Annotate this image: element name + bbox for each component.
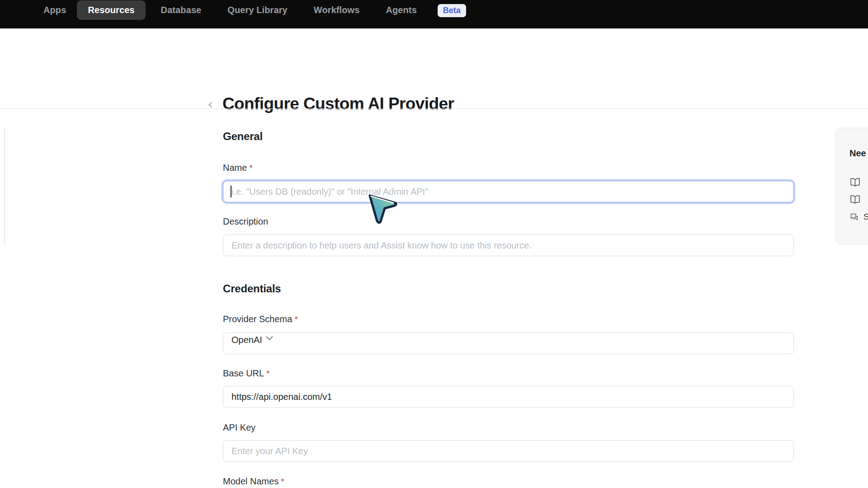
chat-icon bbox=[849, 212, 859, 222]
required-asterisk: * bbox=[281, 477, 284, 486]
name-field-wrapper bbox=[223, 181, 794, 202]
help-link-support[interactable]: S bbox=[849, 212, 868, 222]
nav-tab-workflows[interactable]: Workflows bbox=[303, 0, 371, 20]
beta-badge: Beta bbox=[438, 4, 466, 17]
base-url-field-wrapper bbox=[223, 386, 794, 408]
provider-schema-value: OpenAI bbox=[231, 335, 262, 345]
base-url-label: Base URL* bbox=[223, 368, 270, 379]
section-title-general: General bbox=[223, 130, 263, 143]
page-header: ‹ Configure Custom AI Provider bbox=[0, 28, 868, 108]
api-key-field-wrapper bbox=[223, 440, 794, 462]
api-key-input[interactable] bbox=[223, 440, 794, 462]
nav-tab-query-library[interactable]: Query Library bbox=[217, 0, 298, 20]
provider-schema-select[interactable]: OpenAI bbox=[223, 333, 794, 354]
book-icon bbox=[849, 177, 861, 188]
help-panel-title: Nee bbox=[849, 148, 866, 159]
left-panel-edge bbox=[4, 128, 5, 244]
text-caret bbox=[231, 186, 231, 197]
provider-schema-label: Provider Schema* bbox=[223, 314, 298, 324]
model-names-label: Model Names* bbox=[223, 476, 284, 487]
header-divider bbox=[0, 108, 868, 109]
description-label: Description bbox=[223, 216, 268, 227]
chevron-down-icon bbox=[264, 333, 274, 343]
nav-tab-apps[interactable]: Apps bbox=[33, 0, 77, 20]
nav-tab-database[interactable]: Database bbox=[150, 0, 212, 20]
help-panel: Nee S bbox=[835, 128, 868, 244]
required-asterisk: * bbox=[294, 314, 297, 324]
section-title-credentials: Credentials bbox=[223, 282, 281, 295]
nav-tab-resources[interactable]: Resources bbox=[77, 0, 145, 20]
book-icon bbox=[849, 194, 861, 206]
help-link-docs[interactable] bbox=[849, 177, 865, 188]
name-label: Name* bbox=[223, 163, 253, 173]
name-input[interactable] bbox=[223, 181, 794, 202]
required-asterisk: * bbox=[249, 163, 252, 173]
nav-tab-agents[interactable]: Agents bbox=[375, 0, 427, 20]
nav-items: Apps Resources Database Query Library Wo… bbox=[33, 0, 466, 20]
base-url-label-text: Base URL bbox=[223, 368, 264, 378]
help-link-label: S bbox=[863, 212, 868, 222]
help-link-guides[interactable] bbox=[849, 194, 865, 206]
name-label-text: Name bbox=[223, 163, 247, 173]
provider-schema-field-wrapper: OpenAI bbox=[223, 333, 794, 354]
description-input[interactable] bbox=[223, 235, 794, 256]
base-url-input[interactable] bbox=[223, 386, 794, 408]
required-asterisk: * bbox=[266, 369, 269, 378]
description-field-wrapper bbox=[223, 235, 794, 256]
model-names-label-text: Model Names bbox=[223, 476, 278, 486]
api-key-label: API Key bbox=[223, 422, 255, 433]
top-navbar: Apps Resources Database Query Library Wo… bbox=[0, 0, 868, 28]
page-title: Configure Custom AI Provider bbox=[222, 94, 454, 113]
provider-schema-label-text: Provider Schema bbox=[223, 314, 292, 324]
back-chevron-icon[interactable]: ‹ bbox=[204, 96, 216, 113]
